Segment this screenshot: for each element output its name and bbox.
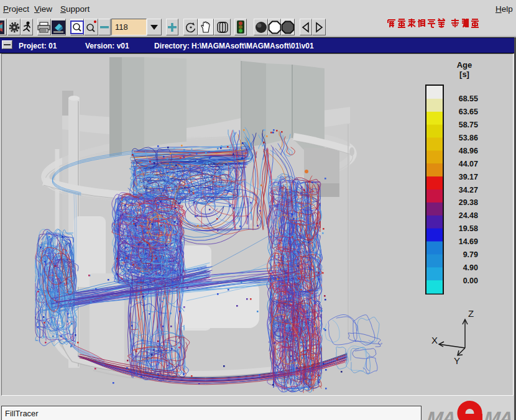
svg-text:29.38: 29.38 [459,198,478,207]
svg-text:[s]: [s] [459,70,469,79]
svg-text:X: X [431,335,438,345]
svg-text:MA: MA [483,408,513,420]
svg-text:9.79: 9.79 [463,250,478,259]
svg-text:Age: Age [457,60,472,70]
svg-text:63.65: 63.65 [459,107,478,116]
svg-text:14.69: 14.69 [459,237,478,246]
svg-text:58.75: 58.75 [459,121,478,129]
svg-text:44.07: 44.07 [459,160,478,168]
svg-text:34.27: 34.27 [459,186,478,194]
svg-text:53.86: 53.86 [459,134,478,142]
svg-text:4.90: 4.90 [463,263,478,272]
svg-text:48.96: 48.96 [459,147,478,155]
svg-text:68.55: 68.55 [459,94,478,103]
svg-text:24.48: 24.48 [459,211,478,220]
svg-text:MA: MA [426,408,456,420]
svg-text:Y: Y [454,355,460,366]
svg-text:19.58: 19.58 [459,224,478,233]
svg-text:0.00: 0.00 [463,276,478,285]
svg-text:39.17: 39.17 [459,173,478,181]
svg-text:Z: Z [468,308,474,319]
